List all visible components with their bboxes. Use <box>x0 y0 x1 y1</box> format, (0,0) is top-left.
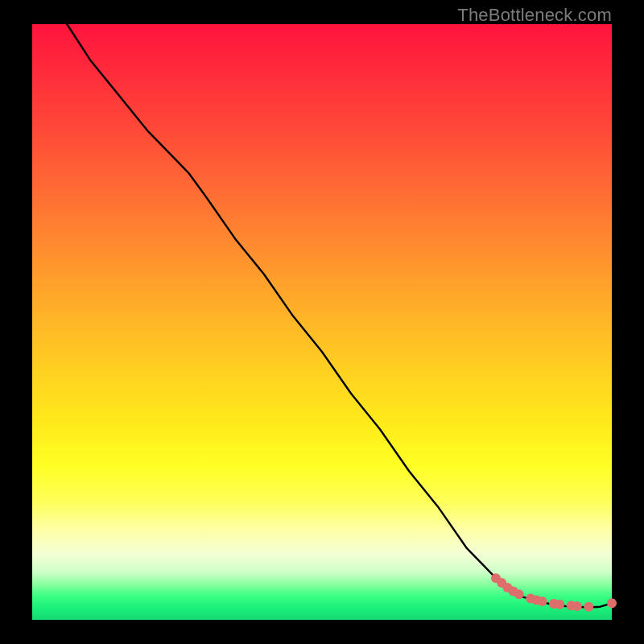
marker-point <box>607 598 617 608</box>
marker-point <box>538 597 547 606</box>
marker-point <box>555 600 564 609</box>
curve-group <box>67 24 612 608</box>
marker-point <box>572 601 582 611</box>
marker-point <box>514 589 524 599</box>
chart-overlay <box>0 0 644 644</box>
highlighted-range-markers <box>491 573 617 612</box>
marker-point <box>584 602 593 612</box>
outer-frame: TheBottleneck.com <box>0 0 644 644</box>
bottleneck-curve <box>67 24 612 608</box>
